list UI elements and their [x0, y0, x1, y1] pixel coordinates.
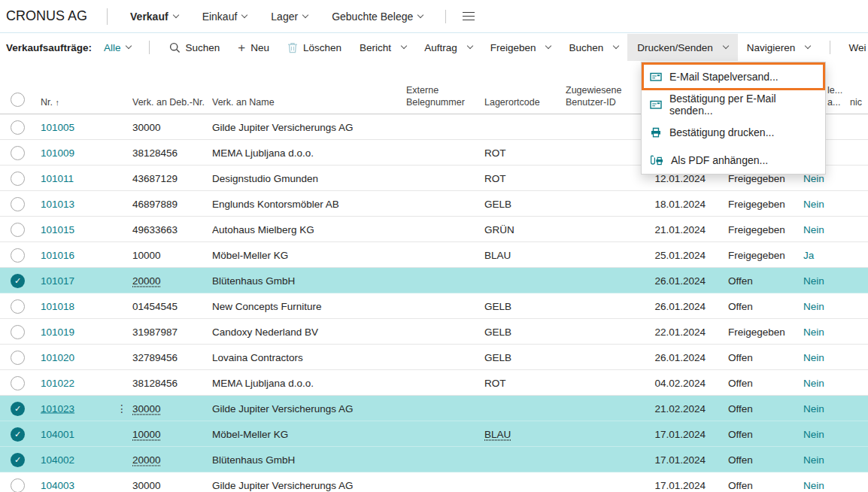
table-row[interactable]: ✓ 101015 ⋮ 49633663 Autohaus Mielberg KG… [0, 217, 868, 242]
order-no-link[interactable]: 101015 [41, 223, 74, 235]
menu-item-send-confirmation-email[interactable]: Bestätigung per E-Mail senden... [642, 90, 825, 118]
customer-no-cell[interactable]: 32789456 [132, 351, 178, 363]
nav-item-gebuchte-belege[interactable]: Gebuchte Belege [332, 11, 423, 23]
flag-link[interactable]: Nein [803, 326, 824, 337]
table-row[interactable]: ✓ 101023 ⋮ 30000 Gilde Jupiter Versicher… [0, 396, 868, 421]
row-select-checkbox[interactable]: ✓ [11, 172, 25, 186]
customer-no-cell[interactable]: 10000 [132, 428, 161, 439]
order-no-link[interactable]: 101018 [41, 300, 74, 311]
customer-no-cell[interactable]: 46897889 [132, 198, 178, 209]
row-select-checkbox[interactable]: ✓ [11, 351, 25, 365]
menu-item-email-batch[interactable]: E-Mail Stapelversand... [642, 62, 825, 90]
post-menu-button[interactable]: Buchen [569, 34, 618, 61]
order-no-link[interactable]: 104002 [41, 454, 74, 465]
column-header-customer-no[interactable]: Verk. an Deb.-Nr. [132, 96, 205, 108]
row-select-checkbox[interactable]: ✓ [11, 120, 25, 135]
customer-no-cell[interactable]: 38128456 [132, 377, 178, 388]
row-select-checkbox[interactable]: ✓ [11, 478, 25, 492]
flag-link[interactable]: Nein [803, 479, 824, 490]
nav-item-einkauf[interactable]: Einkauf [202, 11, 247, 23]
flag-link[interactable]: Nein [803, 402, 824, 414]
flag-link[interactable]: Nein [803, 300, 824, 311]
customer-no-cell[interactable]: 30000 [132, 479, 161, 490]
flag-link[interactable]: Nein [803, 275, 824, 286]
row-select-checkbox[interactable]: ✓ [11, 299, 25, 314]
order-no-link[interactable]: 101017 [41, 275, 74, 286]
hamburger-menu-icon[interactable] [463, 12, 475, 21]
order-no-link[interactable]: 101013 [41, 198, 74, 209]
column-header-nr[interactable]: Nr. ↑ [41, 96, 59, 108]
delete-button[interactable]: Löschen [287, 34, 341, 61]
search-button[interactable]: Suchen [169, 34, 220, 61]
table-row[interactable]: ✓ 101013 ⋮ 46897889 Englunds Kontorsmöbl… [0, 191, 868, 217]
menu-item-attach-as-pdf[interactable]: Als PDF anhängen... [642, 146, 825, 174]
flag-link[interactable]: Nein [803, 428, 824, 439]
order-no-link[interactable]: 101020 [41, 351, 74, 363]
table-row[interactable]: ✓ 104002 ⋮ 20000 Blütenhaus GmbH 17.01.2… [0, 447, 868, 472]
new-button[interactable]: + Neu [238, 34, 269, 61]
column-header-truncated-1[interactable]: le... a... [827, 84, 842, 108]
flag-link[interactable]: Nein [803, 454, 824, 465]
customer-no-cell[interactable]: 30000 [132, 121, 161, 132]
customer-no-cell[interactable]: 10000 [132, 249, 161, 260]
column-header-location[interactable]: Lagerortcode [484, 96, 540, 108]
release-menu-button[interactable]: Freigeben [490, 34, 551, 61]
customer-no-cell[interactable]: 20000 [132, 454, 161, 465]
customer-no-cell[interactable]: 20000 [132, 275, 161, 286]
customer-no-cell[interactable]: 38128456 [132, 147, 178, 158]
order-no-link[interactable]: 101011 [41, 172, 74, 184]
row-select-checkbox[interactable]: ✓ [11, 248, 25, 263]
row-select-checkbox[interactable]: ✓ [11, 453, 25, 467]
table-row[interactable]: ✓ 101016 ⋮ 10000 Möbel-Meller KG BLAU 25… [0, 242, 868, 268]
table-row[interactable]: ✓ 104001 ⋮ 10000 Möbel-Meller KG BLAU 17… [0, 421, 868, 447]
row-select-checkbox[interactable]: ✓ [11, 146, 25, 160]
menu-item-print-confirmation[interactable]: Bestätigung drucken... [642, 118, 825, 146]
order-no-link[interactable]: 104001 [41, 428, 74, 439]
flag-link[interactable]: Nein [803, 198, 824, 209]
customer-no-cell[interactable]: 43687129 [132, 172, 178, 184]
order-no-link[interactable]: 101016 [41, 249, 74, 260]
print-send-menu-button[interactable]: Drucken/Senden [627, 34, 738, 61]
table-row[interactable]: ✓ 101018 ⋮ 01454545 New Concepts Furnitu… [0, 293, 868, 319]
flag-link[interactable]: Ja [803, 249, 814, 260]
row-select-checkbox[interactable]: ✓ [11, 325, 25, 339]
row-select-checkbox[interactable]: ✓ [11, 376, 25, 390]
table-row[interactable]: ✓ 101022 ⋮ 38128456 MEMA Ljubljana d.o.o… [0, 370, 868, 396]
report-menu-button[interactable]: Bericht [360, 34, 406, 61]
customer-no-cell[interactable]: 01454545 [132, 300, 178, 311]
table-row[interactable]: ✓ 101019 ⋮ 31987987 Candoxy Nederland BV… [0, 319, 868, 345]
order-menu-button[interactable]: Auftrag [424, 34, 472, 61]
row-select-checkbox[interactable]: ✓ [11, 274, 25, 288]
row-select-checkbox[interactable]: ✓ [11, 223, 25, 237]
flag-link[interactable]: Nein [803, 223, 824, 235]
column-header-assigned-user[interactable]: Zugewiesene Benutzer-ID [566, 84, 621, 108]
nav-item-verkauf[interactable]: Verkauf [130, 11, 178, 23]
table-row[interactable]: ✓ 101017 ⋮ 20000 Blütenhaus GmbH 26.01.2… [0, 268, 868, 293]
order-no-link[interactable]: 101022 [41, 377, 74, 388]
company-name[interactable]: CRONUS AG [0, 8, 96, 24]
order-no-link[interactable]: 101023 [41, 402, 74, 414]
more-options-truncated[interactable]: Wei [848, 42, 866, 53]
customer-no-cell[interactable]: 49633663 [132, 223, 178, 235]
order-no-link[interactable]: 101005 [41, 121, 74, 132]
flag-link[interactable]: Nein [803, 377, 824, 388]
column-header-customer-name[interactable]: Verk. an Name [212, 96, 275, 108]
customer-no-cell[interactable]: 31987987 [132, 326, 178, 337]
select-all-checkbox[interactable] [11, 93, 25, 107]
flag-link[interactable]: Nein [803, 351, 824, 363]
table-row[interactable]: ✓ 104003 ⋮ 30000 Gilde Jupiter Versicher… [0, 472, 868, 492]
nav-item-lager[interactable]: Lager [271, 11, 308, 23]
row-actions-icon[interactable]: ⋮ [117, 402, 127, 415]
row-select-checkbox[interactable]: ✓ [11, 402, 25, 416]
column-header-external-doc[interactable]: Externe Belegnummer [406, 84, 465, 108]
order-no-link[interactable]: 101019 [41, 326, 74, 337]
table-row[interactable]: ✓ 101020 ⋮ 32789456 Lovaina Contractors … [0, 345, 868, 370]
view-filter-dropdown[interactable]: Alle [104, 42, 131, 53]
customer-no-cell[interactable]: 30000 [132, 402, 161, 414]
order-no-link[interactable]: 101009 [41, 147, 74, 158]
column-header-truncated-2[interactable]: nic [850, 96, 862, 108]
navigate-menu-button[interactable]: Navigieren [747, 34, 811, 61]
row-select-checkbox[interactable]: ✓ [11, 197, 25, 211]
row-select-checkbox[interactable]: ✓ [11, 427, 25, 442]
order-no-link[interactable]: 104003 [41, 479, 74, 490]
